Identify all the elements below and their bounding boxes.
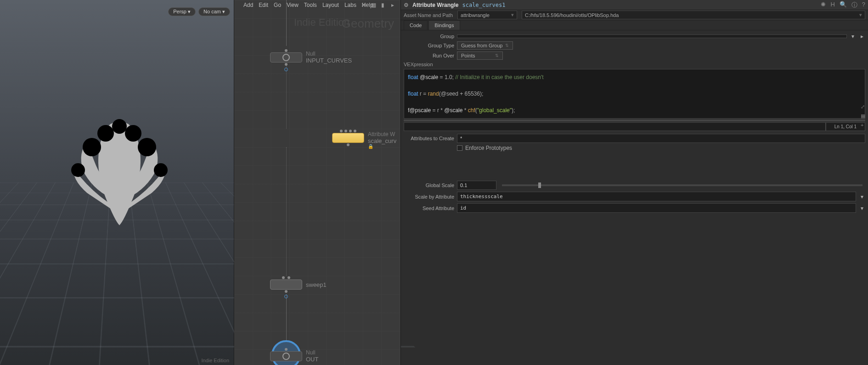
global-scale-slider[interactable] <box>502 184 862 186</box>
expand-icon[interactable]: ⤢ <box>861 104 867 110</box>
vex-status-field[interactable] <box>404 122 826 131</box>
wrangle-icon: ⚙ <box>404 2 409 8</box>
wire <box>286 147 287 276</box>
global-scale-field[interactable]: 0.1 <box>457 181 496 190</box>
play-icon[interactable]: ▸ <box>391 2 398 8</box>
scene-viewport[interactable]: Persp ▾ No cam ▾ Indie Edition <box>0 0 234 365</box>
display-flag-icon[interactable] <box>284 68 288 71</box>
operator-type-title: Attribute Wrangle <box>412 2 458 8</box>
menu-layout[interactable]: Layout <box>322 2 339 8</box>
tab-code[interactable]: Code <box>404 20 428 30</box>
svg-point-6 <box>154 163 168 177</box>
nocam-button[interactable]: No cam ▾ <box>198 7 230 16</box>
asset-label: Asset Name and Path <box>404 12 453 18</box>
svg-point-4 <box>112 119 127 134</box>
menu-view[interactable]: View <box>287 2 299 8</box>
global-scale-label: Global Scale <box>404 182 454 188</box>
node-type-label: Null <box>306 349 318 356</box>
network-view[interactable]: Add Edit Go View Tools Layout Labs Help … <box>234 0 401 365</box>
node-type-label: Attribute W <box>368 131 396 137</box>
vex-editor[interactable]: float @scale = 1.0; // Initialize it in … <box>404 69 865 119</box>
node-name-label: sweep1 <box>306 281 327 288</box>
layout-icon[interactable]: ▮ <box>381 2 388 8</box>
menu-add[interactable]: Add <box>243 2 253 8</box>
asset-type-dropdown[interactable]: attribwrangle <box>457 11 517 19</box>
geometry-mesh <box>55 106 184 234</box>
network-menubar: Add Edit Go View Tools Layout Labs Help <box>243 2 373 8</box>
snap-icon[interactable]: ▦ <box>371 2 378 8</box>
menu-labs[interactable]: Labs <box>344 2 356 8</box>
help-icon[interactable]: ? <box>862 1 865 9</box>
node-sweep1[interactable]: sweep1 <box>270 279 327 290</box>
group-type-dropdown[interactable]: Guess from Group <box>457 41 513 50</box>
menu-go[interactable]: Go <box>274 2 281 8</box>
node-input-curves[interactable]: Null INPUT_CURVES <box>270 51 352 64</box>
info-icon[interactable]: ⓘ <box>851 1 857 9</box>
svg-point-3 <box>125 125 141 142</box>
parameter-pane: ⚙ Attribute Wrangle scale_curves1 ✺ H 🔍 … <box>401 0 868 365</box>
scale-attr-menu-icon[interactable]: ▾ <box>859 194 865 200</box>
node-name-label: scale_curv <box>368 137 396 144</box>
attrs-create-label: Attributes to Create <box>404 136 454 141</box>
node-name-label: OUT <box>306 356 318 363</box>
node-type-label: Null <box>306 51 352 57</box>
run-over-label: Run Over <box>404 53 454 58</box>
display-flag-icon[interactable] <box>284 295 288 298</box>
edition-watermark: Indie Edition <box>201 358 229 363</box>
search-icon[interactable]: 🔍 <box>840 1 847 9</box>
group-select-icon[interactable]: ▸ <box>859 33 865 40</box>
node-scale-curves[interactable]: Attribute W scale_curv 🔒 <box>332 131 396 144</box>
attrs-create-field[interactable]: * <box>457 134 865 143</box>
h-icon[interactable]: H <box>830 1 834 9</box>
geometry-watermark: Geometry <box>342 17 394 31</box>
vex-label: VEXpression <box>404 62 865 67</box>
seed-attr-field[interactable]: id <box>457 203 856 213</box>
node-out[interactable]: Null OUT <box>270 349 318 363</box>
grid-icon[interactable]: ▦ <box>861 113 867 120</box>
tab-bindings[interactable]: Bindings <box>428 20 460 30</box>
asset-path-dropdown[interactable]: C:/hfs/18.5.596/houdini/otls/OPlibSop.hd… <box>522 11 865 19</box>
svg-point-0 <box>83 138 101 156</box>
menu-tools[interactable]: Tools <box>304 2 317 8</box>
tool-icon[interactable]: ✕ <box>361 2 367 8</box>
persp-button[interactable]: Persp ▾ <box>168 7 196 16</box>
node-name-label: INPUT_CURVES <box>306 57 352 64</box>
svg-point-1 <box>138 138 156 156</box>
scale-attr-field[interactable]: thicknessscale <box>457 192 856 201</box>
menu-edit[interactable]: Edit <box>259 2 268 8</box>
group-type-label: Group Type <box>404 43 454 48</box>
line-col-indicator: Ln 1, Col 1 <box>826 122 865 131</box>
lock-icon: 🔒 <box>368 144 373 149</box>
svg-point-2 <box>97 125 114 142</box>
group-label: Group <box>404 34 454 39</box>
svg-point-5 <box>71 163 85 177</box>
enforce-checkbox[interactable] <box>457 145 462 151</box>
scale-attr-label: Scale by Attribute <box>404 194 454 200</box>
seed-attr-label: Seed Attribute <box>404 205 454 211</box>
group-field[interactable] <box>457 34 847 38</box>
gear-icon[interactable]: ✺ <box>821 1 826 9</box>
enforce-label: Enforce Prototypes <box>465 145 512 151</box>
splitter[interactable] <box>404 120 865 121</box>
group-menu-icon[interactable]: ▾ <box>850 33 856 40</box>
wire <box>286 64 287 129</box>
operator-name[interactable]: scale_curves1 <box>462 2 505 8</box>
seed-attr-menu-icon[interactable]: ▾ <box>859 205 865 211</box>
add-icon[interactable]: + <box>861 122 867 129</box>
run-over-dropdown[interactable]: Points <box>457 51 503 60</box>
wire <box>286 294 287 345</box>
